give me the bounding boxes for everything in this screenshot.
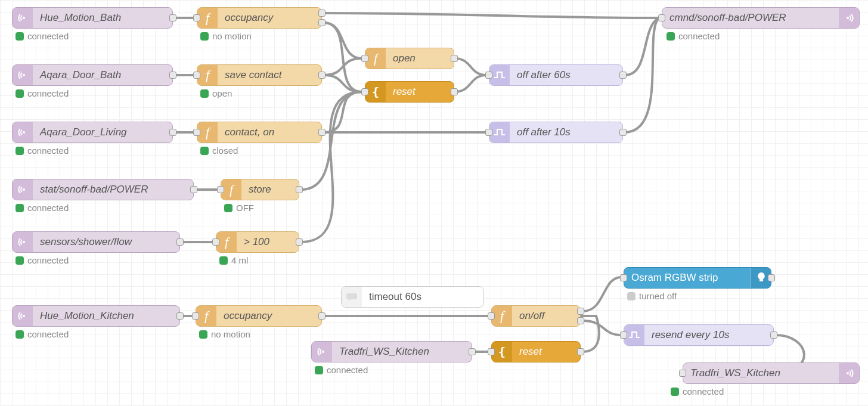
node-resend-every-10s[interactable]: resend every 10s: [624, 324, 774, 346]
node-aqara-door-bath[interactable]: Aqara_Door_Bath: [12, 64, 173, 86]
node-stat-sonoff[interactable]: stat/sonoff-bad/POWER: [12, 179, 194, 200]
status-dot: [671, 388, 679, 396]
output-port[interactable]: [296, 186, 303, 193]
output-port[interactable]: [318, 10, 326, 17]
status-text: connected: [327, 365, 368, 375]
output-port[interactable]: [768, 274, 775, 281]
node-hue-motion-kitchen[interactable]: Hue_Motion_Kitchen: [12, 305, 180, 327]
brace-icon: {: [492, 342, 512, 362]
node-hue-motion-bath[interactable]: Hue_Motion_Bath: [12, 7, 173, 29]
function-icon: f: [221, 179, 241, 200]
node-label: store: [241, 179, 299, 200]
radio-icon: [839, 8, 859, 28]
input-port[interactable]: [192, 312, 199, 320]
node-occupancy-2[interactable]: f occupancy: [196, 305, 322, 327]
node-reset-2[interactable]: { reset: [491, 341, 581, 362]
output-port[interactable]: [451, 55, 458, 62]
input-port[interactable]: [620, 274, 627, 281]
node-off-after-10s[interactable]: off after 10s: [489, 122, 623, 143]
output-port[interactable]: [190, 186, 197, 193]
input-port[interactable]: [488, 312, 495, 320]
output-port[interactable]: [770, 331, 777, 339]
status-text: open: [212, 88, 232, 98]
input-port[interactable]: [658, 14, 665, 21]
status-text: closed: [212, 145, 238, 156]
output-port[interactable]: [619, 72, 627, 79]
status-dot: [16, 32, 24, 41]
node-contact-on[interactable]: f contact, on: [197, 122, 322, 143]
status-dot: [16, 147, 24, 155]
status-occupancy-2: no motion: [199, 329, 250, 339]
output-port[interactable]: [318, 129, 326, 136]
input-port[interactable]: [361, 88, 368, 95]
status-text: connected: [678, 31, 720, 41]
svg-point-0: [23, 17, 25, 19]
output-port[interactable]: [169, 72, 176, 79]
input-port[interactable]: [193, 14, 200, 21]
svg-point-6: [847, 17, 849, 19]
input-port[interactable]: [485, 72, 492, 79]
status-stat-sonoff: connected: [16, 203, 69, 213]
input-port[interactable]: [212, 238, 219, 246]
node-label: timeout 60s: [362, 287, 483, 307]
input-port[interactable]: [217, 186, 224, 193]
input-port[interactable]: [679, 370, 686, 377]
input-port[interactable]: [488, 348, 495, 355]
node-shower-flow[interactable]: sensors/shower/flow: [12, 231, 180, 253]
output-port[interactable]: [318, 19, 326, 26]
node-off-after-60s[interactable]: off after 60s: [489, 64, 623, 86]
node-label: cmnd/sonoff-bad/POWER: [662, 8, 839, 28]
node-save-contact[interactable]: f save contact: [197, 64, 322, 86]
output-port[interactable]: [619, 129, 627, 136]
node-osram[interactable]: Osram RGBW strip: [624, 267, 771, 289]
status-text: turned off: [639, 291, 677, 301]
input-port[interactable]: [193, 129, 200, 136]
output-port[interactable]: [577, 317, 584, 324]
status-dot: [200, 89, 209, 98]
output-port[interactable]: [169, 129, 176, 136]
svg-point-7: [322, 351, 324, 353]
svg-point-4: [23, 241, 25, 243]
node-label: Aqara_Door_Bath: [33, 65, 172, 85]
output-port[interactable]: [577, 348, 584, 355]
node-tradfri-out[interactable]: Tradfri_WS_Kitchen: [683, 362, 860, 384]
node-label: > 100: [237, 232, 299, 252]
node-occupancy-1[interactable]: f occupancy: [197, 7, 322, 29]
pulse-icon: [489, 65, 510, 85]
node-tradfri-in[interactable]: Tradfri_WS_Kitchen: [311, 341, 472, 362]
node-reset-1[interactable]: { reset: [365, 81, 454, 103]
status-aqara-door-bath: connected: [16, 88, 69, 98]
status-save-contact: open: [200, 88, 232, 98]
output-port[interactable]: [296, 238, 303, 246]
node-store[interactable]: f store: [221, 179, 299, 200]
node-aqara-door-living[interactable]: Aqara_Door_Living: [12, 122, 173, 143]
radio-icon: [13, 122, 33, 142]
function-icon: f: [492, 306, 512, 326]
output-port[interactable]: [451, 88, 458, 95]
node-onoff[interactable]: f on/off: [491, 305, 581, 327]
output-port[interactable]: [176, 238, 184, 246]
output-port[interactable]: [318, 312, 326, 320]
output-port[interactable]: [176, 312, 184, 320]
status-cmnd-sonoff: connected: [666, 31, 720, 41]
output-port[interactable]: [169, 14, 176, 21]
status-tradfri-in: connected: [315, 365, 368, 375]
node-timeout-comment[interactable]: timeout 60s: [341, 286, 484, 308]
node-gt100[interactable]: f > 100: [216, 231, 299, 253]
output-port[interactable]: [318, 72, 326, 79]
node-cmnd-sonoff[interactable]: cmnd/sonoff-bad/POWER: [662, 7, 860, 29]
status-dot: [200, 32, 209, 41]
status-dot: [16, 330, 24, 339]
status-dot: [666, 32, 675, 41]
status-text: connected: [27, 31, 69, 41]
input-port[interactable]: [485, 129, 492, 136]
output-port[interactable]: [577, 308, 584, 315]
input-port[interactable]: [620, 331, 627, 339]
input-port[interactable]: [193, 72, 200, 79]
node-open[interactable]: f open: [365, 48, 454, 69]
input-port[interactable]: [361, 55, 368, 62]
node-label: stat/sonoff-bad/POWER: [33, 179, 193, 200]
status-dot: [16, 89, 24, 98]
radio-icon: [13, 179, 33, 200]
output-port[interactable]: [469, 348, 476, 355]
